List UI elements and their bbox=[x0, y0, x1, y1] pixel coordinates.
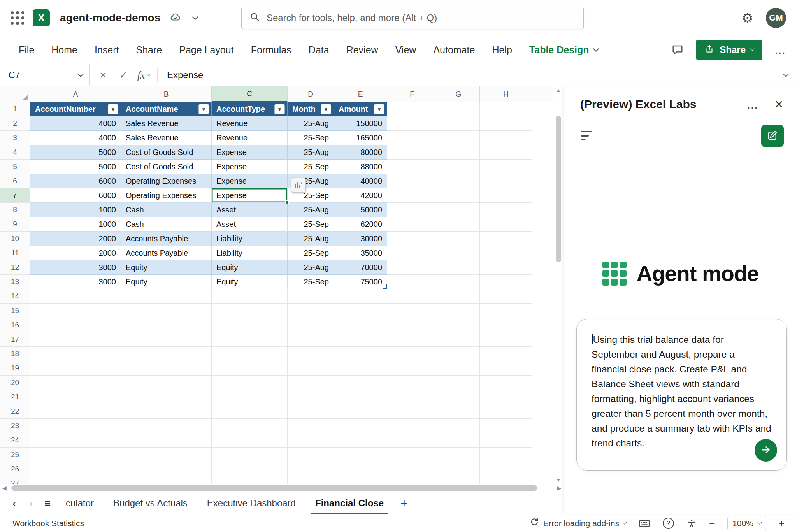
row-header-11[interactable]: 11 bbox=[0, 246, 30, 260]
cell-G16[interactable] bbox=[437, 318, 480, 332]
row-header-23[interactable]: 23 bbox=[0, 419, 30, 433]
cell-H27[interactable] bbox=[480, 476, 532, 484]
cell-H23[interactable] bbox=[480, 419, 532, 433]
cell-G20[interactable] bbox=[437, 376, 480, 390]
cell-B5[interactable]: Cost of Goods Sold bbox=[121, 160, 212, 174]
excel-logo-icon[interactable]: X bbox=[33, 9, 50, 26]
cell-H21[interactable] bbox=[480, 390, 532, 404]
cell-B12[interactable]: Equity bbox=[121, 260, 212, 275]
cell-F23[interactable] bbox=[387, 419, 437, 433]
scroll-down-icon[interactable]: ▼ bbox=[556, 477, 561, 483]
column-header-G[interactable]: G bbox=[437, 86, 480, 102]
cell-G4[interactable] bbox=[437, 145, 480, 160]
row-header-4[interactable]: 4 bbox=[0, 145, 30, 160]
select-all-corner[interactable] bbox=[0, 86, 30, 102]
cell-H25[interactable] bbox=[480, 448, 532, 462]
cell-G10[interactable] bbox=[437, 232, 480, 246]
ribbon-tab-home[interactable]: Home bbox=[43, 44, 86, 56]
cell-C14[interactable] bbox=[212, 289, 288, 304]
cell-C15[interactable] bbox=[212, 304, 288, 318]
row-header-2[interactable]: 2 bbox=[0, 116, 30, 131]
cell-B18[interactable] bbox=[121, 347, 212, 361]
cell-F4[interactable] bbox=[387, 145, 437, 160]
cell-G18[interactable] bbox=[437, 347, 480, 361]
cell-D16[interactable] bbox=[288, 318, 334, 332]
addins-error-status[interactable]: Error loading add-ins bbox=[529, 517, 626, 529]
cell-E5[interactable]: 88000 bbox=[334, 160, 387, 174]
cell-B27[interactable] bbox=[121, 476, 212, 484]
cell-A21[interactable] bbox=[30, 390, 121, 404]
row-header-3[interactable]: 3 bbox=[0, 131, 30, 145]
cell-D2[interactable]: 25-Aug bbox=[288, 116, 334, 131]
cell-B10[interactable]: Accounts Payable bbox=[121, 232, 212, 246]
cell-H2[interactable] bbox=[480, 116, 532, 131]
ribbon-tab-page-layout[interactable]: Page Layout bbox=[170, 44, 242, 56]
row-header-7[interactable]: 7 bbox=[0, 188, 30, 203]
workbook-statistics-button[interactable]: Workbook Statistics bbox=[12, 519, 84, 528]
cell-D22[interactable] bbox=[288, 404, 334, 419]
cell-A19[interactable] bbox=[30, 361, 121, 376]
cell-C9[interactable]: Asset bbox=[212, 217, 288, 232]
cell-H19[interactable] bbox=[480, 361, 532, 376]
cell-H16[interactable] bbox=[480, 318, 532, 332]
cell-E9[interactable]: 62000 bbox=[334, 217, 387, 232]
cell-C24[interactable] bbox=[212, 433, 288, 448]
addins-chevron-icon[interactable] bbox=[622, 520, 627, 524]
cell-C10[interactable]: Liability bbox=[212, 232, 288, 246]
cell-H24[interactable] bbox=[480, 433, 532, 448]
cell-B16[interactable] bbox=[121, 318, 212, 332]
cell-A8[interactable]: 1000 bbox=[30, 203, 121, 217]
sheet-nav-prev-icon[interactable]: ‹ bbox=[6, 497, 23, 509]
cell-F10[interactable] bbox=[387, 232, 437, 246]
cell-F2[interactable] bbox=[387, 116, 437, 131]
cell-G14[interactable] bbox=[437, 289, 480, 304]
cell-F6[interactable] bbox=[387, 174, 437, 188]
cell-D15[interactable] bbox=[288, 304, 334, 318]
cell-B15[interactable] bbox=[121, 304, 212, 318]
cell-C7[interactable]: Expense bbox=[212, 188, 288, 203]
cell-D21[interactable] bbox=[288, 390, 334, 404]
cell-F25[interactable] bbox=[387, 448, 437, 462]
formula-bar-expand-chevron-icon[interactable] bbox=[774, 64, 797, 86]
title-chevron-icon[interactable] bbox=[192, 14, 198, 20]
cell-A4[interactable]: 5000 bbox=[30, 145, 121, 160]
cell-G24[interactable] bbox=[437, 433, 480, 448]
cell-C27[interactable] bbox=[212, 476, 288, 484]
cell-F22[interactable] bbox=[387, 404, 437, 419]
cell-E24[interactable] bbox=[334, 433, 387, 448]
ribbon-tab-file[interactable]: File bbox=[10, 44, 43, 56]
cell-E10[interactable]: 30000 bbox=[334, 232, 387, 246]
cell-C5[interactable]: Expense bbox=[212, 160, 288, 174]
filter-dropdown-icon[interactable]: ▾ bbox=[274, 104, 285, 114]
cell-F14[interactable] bbox=[387, 289, 437, 304]
cell-C17[interactable] bbox=[212, 332, 288, 347]
cell-B22[interactable] bbox=[121, 404, 212, 419]
cell-H12[interactable] bbox=[480, 260, 532, 275]
cell-E4[interactable]: 80000 bbox=[334, 145, 387, 160]
cell-C11[interactable]: Liability bbox=[212, 246, 288, 260]
cell-A5[interactable]: 5000 bbox=[30, 160, 121, 174]
row-header-19[interactable]: 19 bbox=[0, 361, 30, 376]
row-header-22[interactable]: 22 bbox=[0, 404, 30, 419]
ribbon-tab-data[interactable]: Data bbox=[300, 44, 338, 56]
submit-prompt-button[interactable] bbox=[755, 439, 777, 462]
sheet-tab-calculator[interactable]: culator bbox=[56, 492, 104, 514]
cell-G5[interactable] bbox=[437, 160, 480, 174]
cell-B25[interactable] bbox=[121, 448, 212, 462]
cell-G17[interactable] bbox=[437, 332, 480, 347]
cell-B2[interactable]: Sales Revenue bbox=[121, 116, 212, 131]
cell-H7[interactable] bbox=[480, 188, 532, 203]
cell-G7[interactable] bbox=[437, 188, 480, 203]
cell-G8[interactable] bbox=[437, 203, 480, 217]
cell-E18[interactable] bbox=[334, 347, 387, 361]
insert-function-button[interactable]: fx bbox=[135, 67, 153, 84]
cell-E7[interactable]: 42000 bbox=[334, 188, 387, 203]
row-header-10[interactable]: 10 bbox=[0, 232, 30, 246]
cell-G11[interactable] bbox=[437, 246, 480, 260]
cell-C6[interactable]: Expense bbox=[212, 174, 288, 188]
cell-H8[interactable] bbox=[480, 203, 532, 217]
cell-C18[interactable] bbox=[212, 347, 288, 361]
cell-B23[interactable] bbox=[121, 419, 212, 433]
ribbon-tab-help[interactable]: Help bbox=[483, 44, 520, 56]
filter-dropdown-icon[interactable]: ▾ bbox=[374, 104, 384, 114]
